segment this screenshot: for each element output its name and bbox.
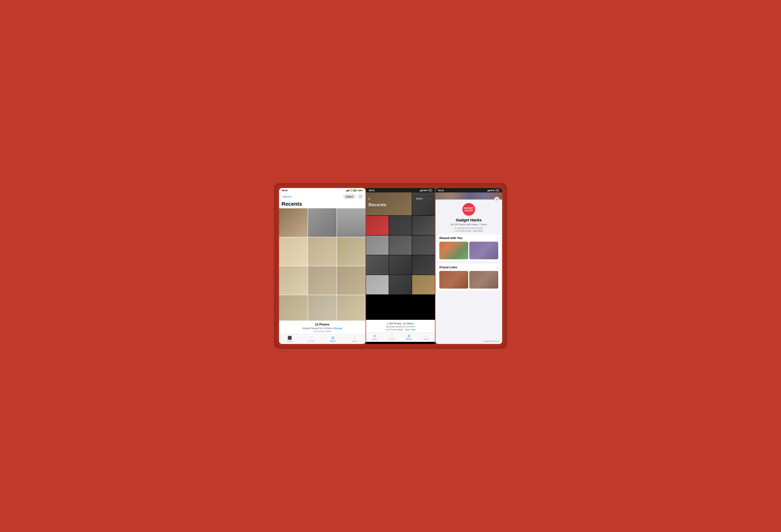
- photo-cell[interactable]: [308, 208, 337, 237]
- tab-label-search-1: Search: [352, 340, 358, 342]
- nav-right-2: Select ···: [413, 196, 433, 201]
- photo-count-2: 1,326 Photos, 10 Videos: [369, 322, 432, 325]
- photo-cell[interactable]: [389, 235, 412, 255]
- wifi-icon-3: WiFi: [491, 189, 495, 191]
- mode-sync-2: Low Power Mode · Sync Now: [369, 328, 432, 331]
- photo-cell[interactable]: [337, 295, 366, 320]
- photo-cell[interactable]: [412, 216, 435, 235]
- tab-library-2[interactable]: ⊞ Library: [369, 334, 380, 340]
- close-button-3[interactable]: ✕: [494, 197, 499, 202]
- tab-library-1[interactable]: ⬛ Library: [285, 336, 295, 342]
- brand-stats-3: 38,228 Photos, 966 Videos, 7 Items: [436, 223, 502, 226]
- sync-now-3[interactable]: Sync Now: [473, 230, 483, 232]
- photo-cell[interactable]: [279, 237, 307, 266]
- brand-logo-3: GADGET HACKS: [462, 203, 475, 216]
- status-bar-3: 09:41 WiFi 64: [436, 188, 502, 192]
- photo-cell[interactable]: [366, 275, 389, 295]
- photo-cell[interactable]: [337, 237, 366, 266]
- status-time-1: 09:41: [282, 189, 288, 192]
- sync-dot-icon: [454, 227, 456, 229]
- photo-count-1: 12 Photos: [282, 323, 363, 326]
- shared-with-you-title[interactable]: Shared with You ›: [439, 236, 498, 240]
- tab-bar-1: ⬛ Library ♡ For You ⊟ Albums ⌕ Search: [279, 334, 366, 344]
- photo-strip-3: [436, 192, 502, 200]
- manage-link-1[interactable]: Manage: [333, 327, 342, 330]
- photo-cell[interactable]: [412, 255, 435, 275]
- icloud-thumb-1[interactable]: [439, 271, 468, 289]
- shared-thumb-1[interactable]: [439, 242, 468, 259]
- photo-cell[interactable]: [389, 255, 412, 275]
- select-button-1[interactable]: Select: [343, 194, 356, 199]
- shared-grid: [439, 242, 498, 259]
- photo-cell[interactable]: [412, 275, 435, 295]
- tab-search-2[interactable]: ⌕ Search: [421, 334, 431, 340]
- shared-thumb-2[interactable]: [469, 242, 498, 259]
- status-icons-1: 📶 100%: [346, 189, 363, 191]
- photo-cell[interactable]: [412, 235, 435, 255]
- tab-search-1[interactable]: ⌕ Search: [349, 336, 360, 342]
- select-button-2[interactable]: Select: [413, 196, 426, 201]
- more-button-1[interactable]: ···: [358, 194, 363, 199]
- photo-cell[interactable]: [279, 295, 307, 320]
- albums-icon-1: ⊟: [331, 336, 334, 340]
- back-button-2[interactable]: ‹: [369, 196, 370, 202]
- shared-title-text: Shared with You: [439, 236, 463, 240]
- photo-cell[interactable]: [279, 208, 307, 237]
- tab-label-albums-2: Albums: [406, 338, 412, 340]
- foryou-icon-2: ♡: [390, 334, 393, 338]
- outer-frame: 09:41 📶 100% ‹ Albums: [274, 183, 507, 349]
- sync-now-2[interactable]: Sync Now: [405, 328, 415, 331]
- photo-cell[interactable]: [366, 235, 389, 255]
- albums-icon-2: ⊟: [408, 334, 410, 338]
- icloud-thumb-2[interactable]: [469, 271, 498, 289]
- phone-screen-3: 09:41 WiFi 64 ✕ GADGET: [436, 188, 502, 344]
- shared-with-you-section: Shared with You ›: [437, 234, 500, 261]
- brand-name-3: Gadget Hacks: [436, 218, 502, 222]
- bottom-info-1: 12 Photos Upload Paused for 10 Items Man…: [279, 320, 366, 334]
- photo-cell[interactable]: [366, 255, 389, 275]
- status-time-3: 09:41: [438, 189, 444, 192]
- icloud-links-section: iCloud Links ›: [437, 264, 500, 291]
- tab-label-foryou-1: For You: [309, 340, 314, 342]
- tab-label-foryou-2: For You: [389, 338, 395, 340]
- photo-cell[interactable]: [389, 216, 412, 235]
- phone-screen-1: 09:41 📶 100% ‹ Albums: [279, 188, 366, 344]
- phone-screen-2: 09:41 WiFi 39 ‹ Select ···: [366, 188, 435, 344]
- upload-status-1: Upload Paused for 10 Items Manage: [282, 327, 363, 330]
- logo-line1: GADGET: [464, 207, 474, 209]
- icloud-links-title[interactable]: iCloud Links ›: [439, 266, 498, 269]
- more-button-2[interactable]: ···: [427, 196, 433, 201]
- sync-text-3: Syncing with iCloud Paused: [457, 227, 483, 229]
- tab-albums-2[interactable]: ⊟ Albums: [404, 334, 414, 340]
- status-icons-3: WiFi 64: [487, 189, 499, 192]
- tab-albums-1[interactable]: ⊟ Albums: [328, 336, 338, 342]
- icloud-grid: [439, 271, 498, 289]
- photo-cell[interactable]: [308, 295, 337, 320]
- photo-cell[interactable]: [308, 266, 337, 295]
- sync-status-2: Syncing Paused for 13 Items: [369, 325, 432, 328]
- library-icon-1: ⬛: [288, 336, 292, 340]
- photo-cell[interactable]: [337, 208, 366, 237]
- logo-line2: HACKS: [464, 209, 472, 212]
- battery-icon-1: [353, 189, 357, 191]
- nav-right-1: Select ···: [343, 194, 363, 199]
- photo-cell[interactable]: [389, 275, 412, 295]
- tab-label-library-2: Library: [372, 338, 377, 340]
- tab-foryou-2[interactable]: ♡ For You: [386, 334, 397, 340]
- photo-cell[interactable]: [337, 266, 366, 295]
- icloud-title-text: iCloud Links: [439, 266, 457, 269]
- tab-label-library-1: Library: [287, 340, 292, 342]
- screen3-scroll[interactable]: GADGET HACKS Gadget Hacks 38,228 Photos,…: [436, 200, 502, 344]
- back-button-1[interactable]: ‹ Albums: [282, 195, 292, 198]
- photo-cell[interactable]: [366, 216, 389, 235]
- tab-foryou-1[interactable]: ♡ For You: [306, 336, 317, 342]
- sync-status-3: Syncing with iCloud Paused: [436, 227, 502, 229]
- photo-cell[interactable]: [279, 266, 307, 295]
- status-bar-2: 09:41 WiFi 39: [366, 188, 435, 192]
- status-bar-1: 09:41 📶 100%: [279, 188, 366, 192]
- signal-icon-3: [487, 190, 490, 191]
- bottom-info-2: 1,326 Photos, 10 Videos Syncing Paused f…: [366, 320, 435, 332]
- photo-cell[interactable]: [308, 237, 337, 266]
- battery-num-2: 39: [428, 189, 432, 192]
- wifi-icon-2: WiFi: [423, 189, 427, 192]
